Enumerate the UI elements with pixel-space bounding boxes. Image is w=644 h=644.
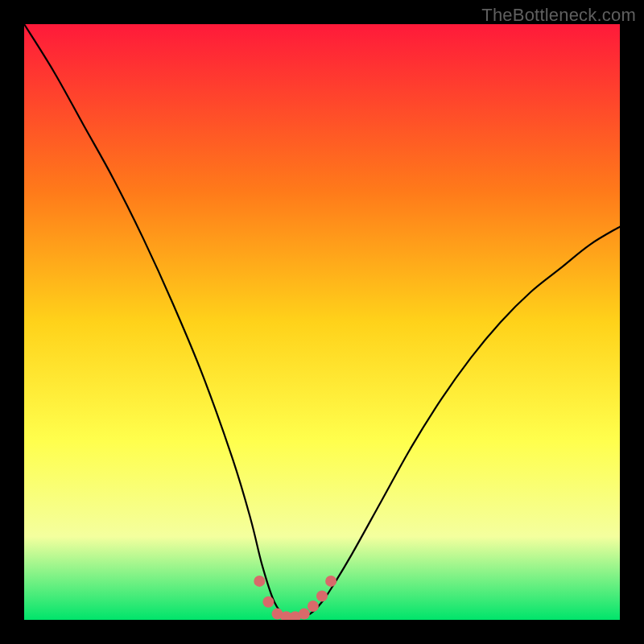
valley-marker	[308, 601, 319, 612]
valley-marker	[299, 609, 310, 620]
valley-marker	[325, 576, 336, 587]
valley-marker	[262, 597, 274, 608]
valley-marker	[316, 590, 328, 601]
plot-background	[24, 24, 620, 620]
bottleneck-chart	[24, 24, 620, 620]
valley-marker	[254, 576, 265, 587]
chart-stage: TheBottleneck.com	[0, 0, 644, 644]
watermark-text: TheBottleneck.com	[481, 5, 636, 26]
